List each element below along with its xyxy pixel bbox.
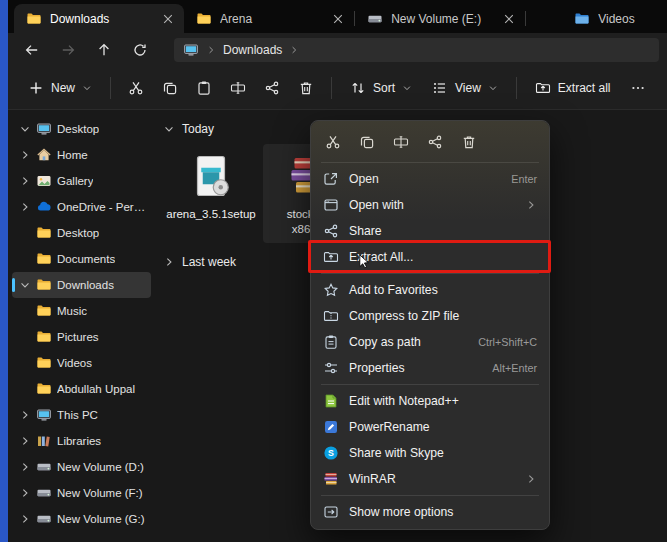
sidebar-item-volume-d[interactable]: New Volume (D:): [12, 454, 151, 480]
copy-button[interactable]: [155, 72, 185, 104]
menu-item-label: Add to Favorites: [349, 283, 537, 297]
breadcrumb-segment-downloads[interactable]: Downloads: [223, 43, 282, 57]
sidebar-item-home[interactable]: Home: [12, 142, 151, 168]
chevron-right-icon[interactable]: [19, 461, 31, 473]
chevron-right-icon[interactable]: [19, 149, 31, 161]
menu-item-label: Show more options: [349, 505, 537, 519]
refresh-button[interactable]: [126, 37, 154, 63]
menu-item-add-to-favorites[interactable]: Add to Favorites: [311, 277, 549, 303]
menu-item-winrar[interactable]: WinRAR: [311, 466, 549, 492]
menu-item-extract-all[interactable]: Extract All...: [311, 244, 549, 270]
tab-downloads[interactable]: Downloads: [14, 4, 184, 33]
close-icon[interactable]: [501, 11, 517, 27]
sidebar-item-onedrive[interactable]: OneDrive - Personal: [12, 194, 151, 220]
sidebar-item-music[interactable]: Music: [12, 298, 151, 324]
sidebar-item-videos[interactable]: Videos: [12, 350, 151, 376]
chevron-right-icon[interactable]: [19, 201, 31, 213]
more-options-button[interactable]: [623, 72, 653, 104]
chevron-right-icon[interactable]: [19, 513, 31, 525]
star-icon: [323, 282, 339, 298]
folder-icon: [36, 303, 52, 319]
monitor-icon: [36, 121, 52, 137]
copy-button[interactable]: [351, 127, 383, 157]
chevron-right-icon: [525, 473, 537, 485]
tab-arena[interactable]: Arena: [184, 4, 354, 33]
chevron-right-icon[interactable]: [19, 435, 31, 447]
monitor-icon: [183, 42, 199, 58]
trash-icon: [298, 80, 314, 96]
file-explorer-window: Downloads Arena New Volume (E:) Videos: [0, 0, 667, 542]
menu-item-label: Properties: [349, 361, 482, 375]
chevron-down-icon: [82, 83, 92, 93]
view-button[interactable]: View: [422, 72, 508, 104]
address-bar: Downloads: [8, 33, 667, 66]
chevron-right-icon[interactable]: [19, 487, 31, 499]
up-button[interactable]: [90, 37, 118, 63]
chevron-down-icon[interactable]: [19, 279, 31, 291]
file-arena-setup[interactable]: arena_3.5.1setup: [163, 144, 259, 243]
chevron-right-icon[interactable]: [19, 175, 31, 187]
copy-icon: [359, 134, 375, 150]
sidebar-item-desktop-tree[interactable]: Desktop: [12, 116, 151, 142]
sidebar-item-volume-g[interactable]: New Volume (G:): [12, 506, 151, 532]
chevron-right-icon: [206, 45, 216, 55]
chevron-down-icon[interactable]: [163, 123, 175, 135]
sidebar-item-documents[interactable]: Documents: [12, 246, 151, 272]
rename-button[interactable]: [223, 72, 253, 104]
chevron-right-icon[interactable]: [163, 256, 175, 268]
tab-new-volume-e[interactable]: New Volume (E:): [355, 4, 525, 33]
rename-icon: [230, 80, 246, 96]
forward-button[interactable]: [54, 37, 82, 63]
share-button[interactable]: [257, 72, 287, 104]
extract-all-button[interactable]: Extract all: [525, 72, 621, 104]
rename-button[interactable]: [385, 127, 417, 157]
menu-item-show-more-options[interactable]: Show more options: [311, 499, 549, 525]
back-button[interactable]: [18, 37, 46, 63]
menu-item-compress-to-zip[interactable]: Compress to ZIP file: [311, 303, 549, 329]
menu-item-share[interactable]: Share: [311, 218, 549, 244]
up-arrow-icon: [96, 42, 112, 58]
sort-button[interactable]: Sort: [340, 72, 422, 104]
tab-videos[interactable]: Videos: [538, 4, 667, 33]
sidebar-item-pictures[interactable]: Pictures: [12, 324, 151, 350]
menu-item-open-with[interactable]: Open with: [311, 192, 549, 218]
chevron-right-icon[interactable]: [19, 409, 31, 421]
menu-item-share-with-skype[interactable]: Share with Skype: [311, 440, 549, 466]
toolbar-separator: [516, 77, 517, 99]
menu-item-copy-as-path[interactable]: Copy as path Ctrl+Shift+C: [311, 329, 549, 355]
delete-button[interactable]: [291, 72, 321, 104]
sidebar-item-this-pc[interactable]: This PC: [12, 402, 151, 428]
cut-button[interactable]: [317, 127, 349, 157]
sidebar-item-user-folder[interactable]: Abdullah Uppal: [12, 376, 151, 402]
sidebar-item-label: New Volume (D:): [57, 461, 144, 473]
sidebar-item-libraries[interactable]: Libraries: [12, 428, 151, 454]
sidebar-item-volume-f[interactable]: New Volume (F:): [12, 480, 151, 506]
breadcrumb[interactable]: Downloads: [174, 38, 659, 62]
open-with-icon: [323, 197, 339, 213]
menu-item-properties[interactable]: Properties Alt+Enter: [311, 355, 549, 381]
command-toolbar: New Sort View Extract all: [8, 66, 667, 110]
cut-button[interactable]: [121, 72, 151, 104]
chevron-right-icon[interactable]: [289, 45, 299, 55]
sidebar-item-gallery[interactable]: Gallery: [12, 168, 151, 194]
menu-item-label: Share with Skype: [349, 446, 537, 460]
menu-item-open[interactable]: Open Enter: [311, 166, 549, 192]
menu-item-label: Open with: [349, 198, 515, 212]
chevron-down-icon[interactable]: [19, 123, 31, 135]
delete-button[interactable]: [453, 127, 485, 157]
menu-item-powerrename[interactable]: PowerRename: [311, 414, 549, 440]
menu-item-edit-with-notepadpp[interactable]: Edit with Notepad++: [311, 388, 549, 414]
sidebar-item-desktop-folder[interactable]: Desktop: [12, 220, 151, 246]
sidebar-item-downloads[interactable]: Downloads: [12, 272, 151, 298]
rename-icon: [393, 134, 409, 150]
skype-icon: [323, 445, 339, 461]
folder-icon: [36, 329, 52, 345]
paste-button[interactable]: [189, 72, 219, 104]
new-button[interactable]: New: [18, 72, 102, 104]
close-icon[interactable]: [330, 11, 346, 27]
desktop-edge: [0, 0, 8, 542]
notepad-plus-plus-icon: [323, 393, 339, 409]
close-icon[interactable]: [160, 11, 176, 27]
forward-arrow-icon: [60, 42, 76, 58]
share-button[interactable]: [419, 127, 451, 157]
